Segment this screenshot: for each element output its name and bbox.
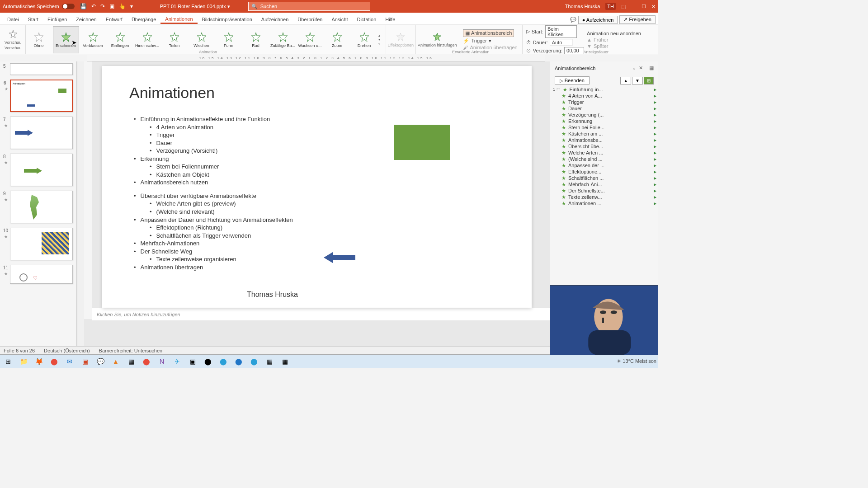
comingsoon-icon[interactable]: ⬚ (621, 4, 626, 9)
telegram-icon[interactable]: ✈ (171, 356, 184, 367)
comments-icon[interactable]: 💬 (570, 17, 576, 23)
anim-ohne[interactable]: Ohne (26, 26, 52, 53)
animpane-pin-icon[interactable]: ▦ (649, 65, 654, 71)
verzogerung-input[interactable]: 00,00 (564, 47, 584, 54)
tab-zeichnen[interactable]: Zeichnen (71, 15, 101, 24)
anim-entry[interactable]: ★Welche Arten ...▶ (550, 150, 658, 156)
touch-icon[interactable]: 👆 (119, 3, 126, 9)
tab-dictation[interactable]: Dictation (352, 15, 381, 24)
anim-entry[interactable]: ★Erkennung▶ (550, 118, 658, 124)
undo-icon[interactable]: ↶ (91, 3, 96, 9)
anim-teilen[interactable]: Teilen (161, 26, 188, 53)
green-rectangle-shape[interactable] (394, 125, 450, 160)
start-select[interactable]: Beim Klicken (545, 25, 577, 38)
preview-star-icon[interactable] (8, 29, 18, 39)
accessibility[interactable]: Barrierefreiheit: Untersuchen (99, 348, 163, 353)
animpane-dropdown-icon[interactable]: ⌄ (632, 65, 636, 71)
trigger-button[interactable]: ⚡ Trigger ▾ (463, 38, 517, 44)
anim-entry[interactable]: ★Verzögerung (...▶ (550, 112, 658, 118)
firefox-icon[interactable]: 🦊 (33, 356, 45, 367)
slide-canvas[interactable]: Animationen Einführung in Animationseffe… (102, 66, 532, 308)
move-down-button[interactable]: ▼ (632, 77, 643, 84)
tab-animationen[interactable]: Animationen (160, 14, 197, 24)
anim-entry[interactable]: ★4 Arten von A...▶ (550, 93, 658, 99)
anim-entry[interactable]: ★Effektoptione...▶ (550, 169, 658, 175)
app5-icon[interactable]: ⬤ (217, 356, 230, 367)
freigeben-button[interactable]: ↗ Freigeben (619, 15, 656, 24)
blue-arrow-shape[interactable] (324, 252, 355, 263)
max-icon[interactable]: ☐ (642, 4, 646, 9)
anim-entry[interactable]: ★Animationen ...▶ (550, 200, 658, 206)
app3-icon[interactable]: ⬤ (140, 356, 153, 367)
anim-entry[interactable]: ★Trigger▶ (550, 99, 658, 105)
anim-entry[interactable]: ★Mehrfach-Ani...▶ (550, 181, 658, 188)
expand-button[interactable]: ⊞ (644, 77, 654, 84)
animation-gallery[interactable]: Ohne Erscheinen Verblassen Einfliegen Hi… (26, 26, 384, 53)
edge-icon[interactable]: ⬤ (248, 356, 260, 367)
save-icon[interactable]: 💾 (80, 3, 87, 9)
thumb-10[interactable]: 10★ (10, 228, 73, 260)
autosave-toggle[interactable]: Automatisches Speichern (3, 4, 75, 9)
anim-verblassen[interactable]: Verblassen (80, 26, 106, 53)
notes-placeholder[interactable]: Klicken Sie, um Notizen hinzuzufügen (92, 308, 550, 320)
anim-drehen[interactable]: Drehen (351, 26, 377, 53)
anim-entry[interactable]: ★Dauer▶ (550, 105, 658, 112)
anim-hineinschw[interactable]: Hineinschw... (134, 26, 160, 53)
tab-entwurf[interactable]: Entwurf (101, 15, 127, 24)
redo-icon[interactable]: ↷ (100, 3, 105, 9)
anim-entry[interactable]: ★Texte zeilenw...▶ (550, 194, 658, 200)
explorer-icon[interactable]: 📁 (17, 356, 30, 367)
anim-wischen[interactable]: Wischen (189, 26, 215, 53)
anim-entry[interactable]: ★Kästchen am ...▶ (550, 131, 658, 137)
app2-icon[interactable]: ▦ (125, 356, 137, 367)
app6-icon[interactable]: ⬤ (232, 356, 245, 367)
tab-uberprufen[interactable]: Überprüfen (293, 15, 327, 24)
thumb-scrollbar[interactable] (77, 61, 84, 346)
anim-wachsen[interactable]: Wachsen u... (297, 26, 323, 53)
thumb-11[interactable]: 11★ ♡ (10, 265, 73, 284)
anim-entry[interactable]: ★Übersicht übe...▶ (550, 143, 658, 150)
app8-icon[interactable]: ▦ (278, 356, 291, 367)
user-name[interactable]: Thomas Hruska (565, 4, 600, 9)
thumb-8[interactable]: 8★ (10, 154, 73, 186)
thumb-6[interactable]: 6★ Animationen (10, 80, 73, 112)
tab-start[interactable]: Start (24, 15, 43, 24)
anim-einfliegen[interactable]: Einfliegen (107, 26, 133, 53)
slide-thumbnails[interactable]: 5 6★ Animationen 7★ 8★ 9★ 10★ 11★ ♡ (0, 61, 77, 346)
anim-entry[interactable]: 1 ⬚★Einführung in...▶ (550, 86, 658, 93)
app7-icon[interactable]: ▦ (263, 356, 276, 367)
present-icon[interactable]: ▣ (109, 3, 114, 9)
thumb-5[interactable]: 5 (10, 63, 73, 75)
tab-bildschirm[interactable]: Bildschirmpräsentation (198, 15, 257, 24)
min-icon[interactable]: — (631, 4, 636, 9)
tab-ubergange[interactable]: Übergänge (127, 15, 160, 24)
vlc-icon[interactable]: ▲ (109, 356, 122, 367)
anim-entry[interactable]: ★Der Schnellste...▶ (550, 188, 658, 194)
qat-more-icon[interactable]: ▾ (130, 3, 133, 9)
anim-zoom[interactable]: Zoom (324, 26, 350, 53)
chrome-icon[interactable]: ⬤ (48, 356, 61, 367)
search-input[interactable]: 🔍 Suchen (248, 2, 370, 11)
app4-icon[interactable]: ▣ (186, 356, 199, 367)
weather-widget[interactable]: ☀ 13°C Meist son (617, 358, 656, 364)
anim-entry[interactable]: ★Stern bei Folie...▶ (550, 124, 658, 131)
anim-add-button[interactable]: Animation hinzufügen (418, 43, 457, 47)
anim-form[interactable]: Form (216, 26, 242, 53)
obs-icon[interactable]: ⬤ (202, 356, 214, 367)
anim-erscheinen[interactable]: Erscheinen (53, 26, 79, 53)
outlook-icon[interactable]: ✉ (63, 356, 76, 367)
language[interactable]: Deutsch (Österreich) (44, 348, 90, 353)
tab-einfugen[interactable]: Einfügen (43, 15, 71, 24)
anim-entry[interactable]: ★Schaltflächen ...▶ (550, 175, 658, 181)
anim-rad[interactable]: Rad (243, 26, 269, 53)
animbereich-button[interactable]: ▦ Animationsbereich (463, 29, 514, 37)
gallery-more-icon[interactable]: ▴▾▿ (378, 33, 384, 46)
aufzeichnen-button[interactable]: ● Aufzeichnen (578, 16, 618, 24)
animpane-close-icon[interactable]: ✕ (639, 65, 643, 71)
thumb-9[interactable]: 9★ (10, 191, 73, 223)
onenote-icon[interactable]: N (156, 356, 168, 367)
windows-start-icon[interactable]: ⊞ (2, 356, 14, 367)
move-up-button[interactable]: ▲ (620, 77, 631, 84)
user-avatar[interactable]: TH (605, 3, 616, 10)
powerpoint-icon[interactable]: ▣ (79, 356, 91, 367)
